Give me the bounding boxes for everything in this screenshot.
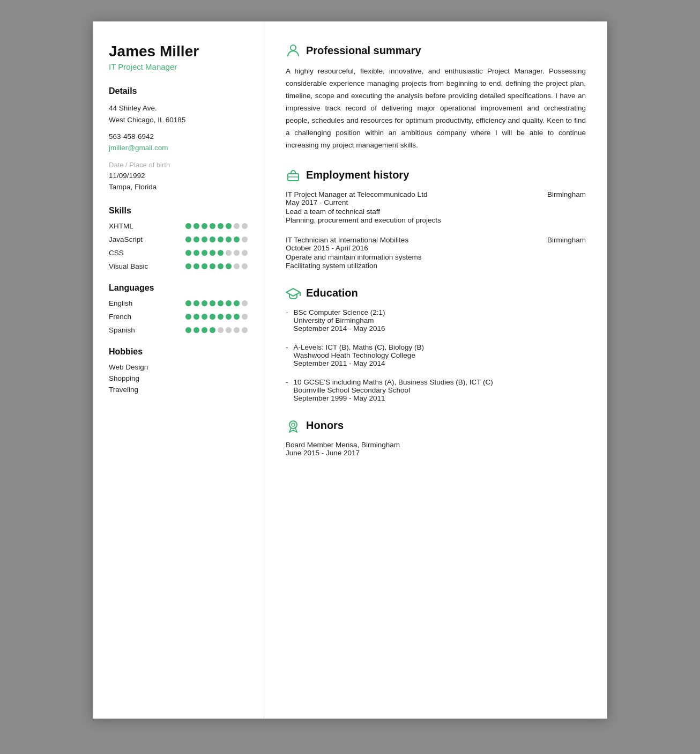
dot-filled	[210, 263, 215, 269]
skill-row: XHTML	[109, 222, 248, 230]
skill-dots	[185, 250, 248, 256]
dot-empty	[242, 223, 248, 229]
dot-filled	[193, 263, 199, 269]
award-icon	[286, 418, 301, 433]
skill-row: JavaScript	[109, 235, 248, 243]
svg-point-5	[289, 421, 297, 428]
education-title: Education	[306, 287, 358, 299]
jobs-list: IT Project Manager at Telecommunicado Lt…	[286, 190, 586, 270]
edu-dates: September 2014 - May 2016	[294, 324, 385, 332]
job-bullet: Lead a team of technical staff	[286, 208, 586, 216]
dot-filled	[226, 236, 232, 242]
dot-filled	[202, 314, 207, 320]
dot-filled	[218, 250, 224, 256]
employment-title: Employment history	[306, 169, 409, 181]
left-column: James Miller IT Project Manager Details …	[93, 21, 264, 719]
dot-empty	[242, 250, 248, 256]
job-date: October 2015 - April 2016	[286, 244, 586, 252]
skill-name: Visual Basic	[109, 262, 157, 270]
edu-content: 10 GCSE'S including Maths (A), Business …	[294, 378, 493, 402]
education-header: Education	[286, 286, 586, 301]
dot-filled	[193, 314, 199, 320]
dot-filled	[185, 300, 191, 306]
summary-title: Professional summary	[306, 45, 421, 57]
job-name: IT Project Manager at Telecommunicado Lt…	[286, 190, 427, 198]
name: James Miller	[109, 43, 248, 60]
skills-list: XHTMLJavaScriptCSSVisual Basic	[109, 222, 248, 270]
skill-name: CSS	[109, 249, 157, 257]
address-line2: West Chicago, IL 60185	[109, 114, 248, 126]
language-row: Spanish	[109, 326, 248, 334]
edu-block: -10 GCSE'S including Maths (A), Business…	[286, 378, 586, 402]
language-name: French	[109, 313, 152, 321]
honors-header: Honors	[286, 418, 586, 433]
summary-header: Professional summary	[286, 43, 586, 58]
dot-empty	[234, 263, 240, 269]
edu-dates: September 1999 - May 2011	[294, 394, 493, 402]
edu-block: -BSc Computer Science (2:1)University of…	[286, 308, 586, 332]
briefcase-icon	[286, 168, 301, 183]
dot-filled	[185, 327, 191, 333]
dot-filled	[210, 314, 215, 320]
job-block: IT Project Manager at Telecommunicado Lt…	[286, 190, 586, 224]
email[interactable]: jmiller@gmail.com	[109, 144, 168, 152]
dot-filled	[226, 314, 232, 320]
language-row: French	[109, 313, 248, 321]
dot-filled	[193, 223, 199, 229]
dot-filled	[193, 327, 199, 333]
job-name: IT Technician at International Mobilites	[286, 236, 408, 244]
languages-heading: Languages	[109, 283, 248, 293]
dot-filled	[210, 250, 215, 256]
dot-filled	[202, 300, 207, 306]
job-title-line: IT Technician at International Mobilites…	[286, 236, 586, 244]
edu-degree: A-Levels: ICT (B), Maths (C), Biology (B…	[294, 343, 425, 351]
dot-filled	[218, 236, 224, 242]
edu-dash: -	[286, 343, 288, 367]
graduation-icon	[286, 286, 301, 301]
skill-dots	[185, 236, 248, 242]
address-line1: 44 Shirley Ave.	[109, 102, 248, 114]
edu-content: A-Levels: ICT (B), Maths (C), Biology (B…	[294, 343, 425, 367]
language-dots	[185, 327, 248, 333]
phone: 563-458-6942	[109, 131, 248, 143]
dot-empty	[226, 327, 232, 333]
hobby-item: Shopping	[109, 374, 248, 382]
dot-filled	[210, 236, 215, 242]
edu-degree: 10 GCSE'S including Maths (A), Business …	[294, 378, 493, 386]
edu-school: Washwood Heath Technology College	[294, 351, 425, 359]
job-title: IT Project Manager	[109, 62, 248, 71]
skill-name: XHTML	[109, 222, 157, 230]
dob-label: Date / Place of birth	[109, 161, 248, 169]
dot-filled	[210, 327, 215, 333]
hobby-item: Traveling	[109, 386, 248, 394]
language-name: English	[109, 299, 152, 307]
edu-school: Bournville School Secondary School	[294, 386, 493, 394]
language-row: English	[109, 299, 248, 307]
hobbies-list: Web DesignShoppingTraveling	[109, 363, 248, 394]
language-dots	[185, 300, 248, 306]
language-name: Spanish	[109, 326, 152, 334]
skill-dots	[185, 263, 248, 269]
dot-filled	[218, 314, 224, 320]
dot-filled	[193, 250, 199, 256]
dot-filled	[234, 236, 240, 242]
edu-dash: -	[286, 378, 288, 402]
dot-filled	[185, 236, 191, 242]
dot-empty	[234, 250, 240, 256]
right-column: Professional summary A highly resourcefu…	[264, 21, 607, 719]
dot-empty	[234, 327, 240, 333]
job-bullet: Facilitating system utilization	[286, 262, 586, 270]
details-heading: Details	[109, 86, 248, 96]
dot-filled	[202, 327, 207, 333]
education-list: -BSc Computer Science (2:1)University of…	[286, 308, 586, 402]
job-location: Birmingham	[547, 236, 586, 244]
skill-row: CSS	[109, 249, 248, 257]
job-bullet: Operate and maintain information systems	[286, 253, 586, 261]
honor-title: Board Member Mensa, Birmingham	[286, 441, 586, 449]
job-date: May 2017 - Current	[286, 198, 586, 206]
resume-paper: James Miller IT Project Manager Details …	[93, 21, 607, 719]
dot-filled	[226, 223, 232, 229]
dot-filled	[185, 263, 191, 269]
dot-filled	[234, 314, 240, 320]
job-block: IT Technician at International Mobilites…	[286, 236, 586, 270]
